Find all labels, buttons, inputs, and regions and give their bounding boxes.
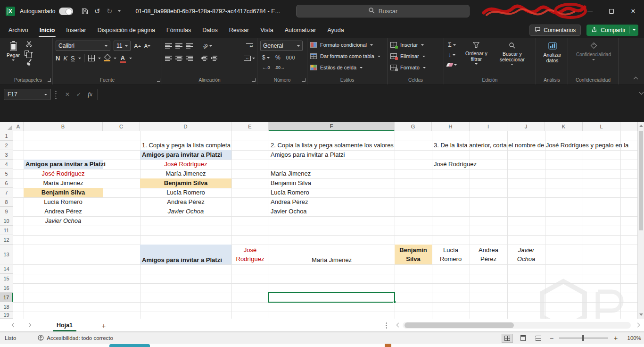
dialog-launcher-icon[interactable] (48, 78, 51, 82)
cell-styles-button[interactable]: Estilos de celda (320, 65, 356, 70)
row-header-3[interactable]: 3 (0, 150, 13, 160)
tab-datos[interactable]: Datos (197, 22, 223, 38)
row-header-18[interactable]: 18 (0, 302, 13, 312)
previous-sheet-icon[interactable] (12, 323, 17, 328)
currency-format-icon[interactable]: $ (262, 54, 270, 61)
comments-button[interactable]: Comentarios (529, 25, 581, 36)
copy-icon[interactable] (25, 50, 33, 56)
column-header-B[interactable]: B (24, 122, 103, 131)
zoom-out-icon[interactable]: − (548, 334, 555, 342)
insert-function-icon[interactable]: fx (85, 89, 95, 100)
row-header-1[interactable]: 1 (0, 131, 13, 141)
cell-B8[interactable]: Lucía Romero (24, 197, 103, 207)
cell-D9[interactable]: Javier Ochoa (140, 207, 231, 216)
clear-icon[interactable] (447, 61, 457, 68)
maximize-button[interactable] (601, 0, 622, 22)
share-chevron-icon[interactable] (633, 29, 636, 31)
vertical-scrollbar[interactable] (637, 122, 644, 319)
page-layout-view-icon[interactable] (517, 334, 528, 343)
cell-F13[interactable]: María Jimenez (269, 245, 395, 264)
select-all-corner[interactable] (0, 122, 13, 131)
zoom-slider[interactable] (559, 338, 608, 339)
underline-button[interactable]: S (71, 55, 75, 62)
cell-H2[interactable]: 3. De la lista anterior, corta el nombre… (432, 141, 470, 150)
bold-button[interactable]: N (56, 55, 60, 62)
increase-font-icon[interactable]: A (134, 42, 141, 50)
fill-handle[interactable] (393, 301, 396, 304)
minimize-button[interactable] (579, 0, 601, 22)
selected-cell-outline[interactable] (268, 292, 395, 303)
dialog-launcher-icon[interactable] (302, 78, 305, 82)
sensitivity-button[interactable]: Confidencialidad (570, 41, 617, 60)
cell-B4[interactable]: Amigos para invitar a Platzi (24, 160, 103, 169)
cell-E13[interactable]: José Rodríguez (231, 245, 269, 264)
align-right-icon[interactable] (186, 56, 193, 61)
increase-decimal-icon[interactable]: ←.0 (262, 65, 270, 70)
row-header-19[interactable]: 19 (0, 312, 13, 319)
percent-format-icon[interactable]: % (275, 54, 281, 61)
enter-icon[interactable]: ✓ (74, 89, 84, 100)
dialog-launcher-icon[interactable] (157, 78, 160, 82)
cell-F9[interactable]: Javier Ochoa (269, 207, 395, 216)
orientation-icon[interactable]: ab (203, 42, 212, 49)
align-left-icon[interactable] (165, 56, 172, 61)
cell-B10[interactable]: Javier Ochoa (24, 216, 103, 226)
undo-icon[interactable]: ↺ (91, 5, 103, 17)
cell-J13[interactable]: Javier Ochoa (507, 245, 545, 264)
scroll-down-icon[interactable] (639, 313, 643, 316)
align-middle-icon[interactable] (175, 43, 182, 49)
increase-indent-icon[interactable] (211, 56, 217, 61)
column-header-I[interactable]: I (470, 122, 507, 131)
column-header-A[interactable]: A (13, 122, 24, 131)
format-as-table-button[interactable]: Dar formato como tabla (320, 53, 374, 59)
zoom-level[interactable]: 100% (623, 335, 641, 341)
spreadsheet[interactable]: ABCDEFGHIJKL1234567891011121314151617181… (0, 122, 637, 319)
name-box[interactable]: F17 (4, 89, 51, 100)
format-painter-icon[interactable] (25, 59, 33, 66)
cell-F7[interactable]: Lucía Romero (269, 188, 395, 197)
column-header-K[interactable]: K (545, 122, 583, 131)
row-header-6[interactable]: 6 (0, 178, 13, 188)
close-button[interactable]: × (622, 0, 644, 22)
cell-D5[interactable]: María Jimenez (140, 169, 231, 178)
formula-input[interactable] (99, 89, 634, 118)
normal-view-icon[interactable] (502, 334, 513, 343)
cell-H4[interactable]: José Rodríguez (432, 160, 470, 169)
row-header-7[interactable]: 7 (0, 188, 13, 197)
autosave-toggle[interactable] (59, 8, 73, 15)
tab-revisar[interactable]: Revisar (223, 22, 255, 38)
search-input[interactable]: Buscar (296, 5, 470, 17)
row-header-17[interactable]: 17 (0, 293, 13, 302)
collapse-ribbon-icon[interactable] (634, 77, 638, 82)
tab-archivo[interactable]: Archivo (3, 22, 34, 38)
cell-F2[interactable]: 2. Copia la lista y pega solamente los v… (269, 141, 395, 150)
thousands-format-icon[interactable]: 000 (286, 55, 296, 60)
row-header-5[interactable]: 5 (0, 169, 13, 178)
analyze-data-button[interactable]: Analizar datos (538, 41, 567, 63)
row-header-2[interactable]: 2 (0, 141, 13, 150)
find-select-button[interactable]: Buscar y seleccionar (495, 41, 528, 75)
delete-cells-button[interactable]: Eliminar (400, 53, 419, 59)
cell-D3[interactable]: Amigos para invitar a Platzi (140, 150, 231, 160)
decrease-font-icon[interactable]: A (144, 43, 150, 49)
font-name-select[interactable]: Calibri (56, 41, 110, 51)
row-header-4[interactable]: 4 (0, 160, 13, 169)
scroll-up-icon[interactable] (639, 125, 643, 127)
accessibility-status[interactable]: Accesibilidad: todo correcto (38, 335, 113, 342)
cell-D2[interactable]: 1. Copia y pega la lista completa (140, 141, 231, 150)
align-bottom-icon[interactable] (186, 43, 193, 49)
column-header-F[interactable]: F (269, 122, 395, 131)
row-header-14[interactable]: 14 (0, 264, 13, 274)
cell-B6[interactable]: María Jimenez (24, 178, 103, 188)
cell-H13[interactable]: Lucía Romero (432, 245, 470, 264)
merge-center-icon[interactable] (244, 55, 255, 61)
row-header-12[interactable]: 12 (0, 235, 13, 245)
paste-button[interactable]: Pegar (7, 41, 20, 75)
tab-automatizar[interactable]: Automatizar (279, 22, 322, 38)
row-header-9[interactable]: 9 (0, 207, 13, 216)
redo-icon[interactable]: ↻ (103, 5, 116, 17)
dialog-launcher-icon[interactable] (252, 78, 256, 82)
column-header-J[interactable]: J (507, 122, 545, 131)
tab-inicio[interactable]: Inicio (34, 22, 61, 38)
cell-G13[interactable]: Benjamin Silva (395, 245, 432, 264)
